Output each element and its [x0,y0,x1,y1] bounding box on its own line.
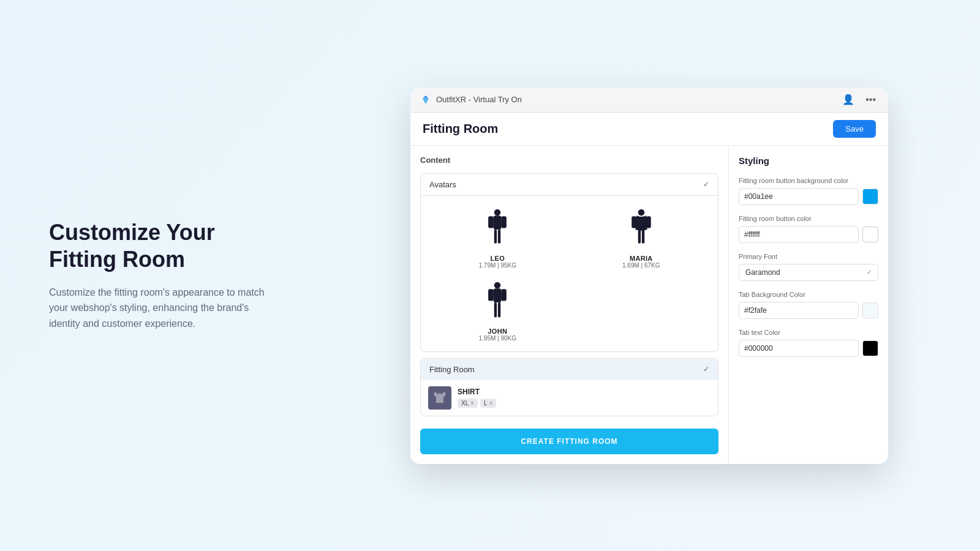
tab-text-color-label: Tab text Color [739,329,878,336]
font-select[interactable]: Garamond ✓ [739,264,878,281]
btn-color-row [739,226,878,243]
avatars-grid: LEO 1.79M | 95KG [421,196,718,351]
font-label: Primary Font [739,253,878,260]
avatar-name-maria: MARIA [630,255,653,262]
btn-color-input[interactable] [739,226,859,243]
styling-panel: Styling Fitting room button background c… [729,146,888,464]
avatar-stats-leo: 1.79M | 95KG [478,262,516,269]
svg-rect-3 [501,216,507,228]
size-tag-l-label: L [484,400,488,407]
svg-rect-5 [498,230,500,244]
svg-rect-10 [642,230,644,244]
avatar-figure-leo [482,208,513,251]
page-description: Customize the fitting room's appearance … [49,285,270,332]
app-header: Fitting Room Save [410,113,888,146]
avatar-figure-john [482,281,513,324]
btn-bg-color-label: Fitting room button background color [739,177,878,184]
shirt-icon [428,386,451,410]
title-bar-right: 👤 ••• [840,94,878,106]
avatars-header[interactable]: Avatars ✓ [421,174,718,196]
more-options-button[interactable]: ••• [863,94,878,106]
avatar-name-leo: LEO [490,255,505,262]
fitting-room-section-label: Fitting Room [429,365,475,374]
svg-rect-16 [498,302,500,318]
shirt-name: SHIRT [458,388,710,396]
tab-bg-color-row [739,302,878,319]
content-section-title: Content [420,156,718,165]
btn-bg-color-row [739,188,878,205]
svg-rect-12 [494,288,501,302]
fitting-room-section: Fitting Room ✓ SHIRT [420,358,718,416]
svg-rect-4 [494,230,497,244]
size-tags: XL × L × [458,399,710,408]
avatar-stats-john: 1.95M | 90KG [478,335,516,342]
avatar-stats-maria: 1.69M | 67KG [622,262,660,269]
tab-bg-color-label: Tab Background Color [739,291,878,298]
page-heading: Customize Your Fitting Room [49,219,270,272]
avatar-figure-maria [626,208,657,251]
avatar-name-john: JOHN [488,328,507,335]
style-field-btn-bg-color: Fitting room button background color [739,177,878,205]
title-bar-left: OutfitXR - Virtual Try On [420,94,522,105]
size-tag-xl-label: XL [461,400,469,407]
tab-bg-color-input[interactable] [739,302,859,319]
title-bar: OutfitXR - Virtual Try On 👤 ••• [410,88,888,113]
content-panel: Content Avatars ✓ [410,146,729,464]
svg-point-6 [638,209,645,216]
svg-rect-9 [638,230,641,244]
svg-rect-7 [631,216,636,228]
right-panel: OutfitXR - Virtual Try On 👤 ••• Fitting … [318,63,980,489]
fitting-room-chevron-icon: ✓ [703,365,709,373]
svg-rect-15 [494,302,497,318]
avatar-card-john[interactable]: JOHN 1.95M | 90KG [426,274,570,347]
create-fitting-room-button[interactable]: CREATE FITTING ROOM [420,429,718,454]
svg-rect-2 [488,216,494,228]
avatars-label: Avatars [429,180,456,189]
svg-rect-13 [488,289,494,301]
tab-text-color-row [739,340,878,357]
fitting-room-content: SHIRT XL × L × [421,380,718,416]
tab-text-color-input[interactable] [739,340,859,357]
app-title: OutfitXR - Virtual Try On [436,95,522,104]
btn-color-label: Fitting room button color [739,215,878,222]
remove-l-icon[interactable]: × [489,400,493,407]
app-window: OutfitXR - Virtual Try On 👤 ••• Fitting … [410,88,888,464]
fitting-room-section-header[interactable]: Fitting Room ✓ [421,359,718,380]
style-field-tab-bg-color: Tab Background Color [739,291,878,319]
shirt-item: SHIRT XL × L × [428,386,710,410]
left-panel: Customize Your Fitting Room Customize th… [0,182,318,368]
shirt-details: SHIRT XL × L × [458,388,710,408]
svg-rect-8 [646,216,651,228]
svg-point-11 [494,282,501,288]
svg-rect-1 [494,216,501,230]
tab-bg-color-swatch[interactable] [862,302,878,318]
style-field-font: Primary Font Garamond ✓ [739,253,878,281]
size-tag-l[interactable]: L × [480,399,496,408]
font-dropdown-chevron-icon: ✓ [867,269,872,276]
app-body: Content Avatars ✓ [410,146,888,464]
save-button[interactable]: Save [833,120,876,138]
size-tag-xl[interactable]: XL × [458,399,478,408]
avatars-chevron-icon: ✓ [703,180,709,189]
avatar-card-leo[interactable]: LEO 1.79M | 95KG [426,201,570,274]
fitting-room-title: Fitting Room [423,122,498,136]
btn-bg-color-input[interactable] [739,188,859,205]
remove-xl-icon[interactable]: × [470,400,474,407]
font-value: Garamond [745,268,780,277]
style-field-btn-color: Fitting room button color [739,215,878,243]
app-logo-icon [420,94,431,105]
user-icon-button[interactable]: 👤 [840,94,857,106]
btn-color-swatch[interactable] [862,227,878,242]
tab-text-color-swatch[interactable] [862,340,878,356]
styling-title: Styling [739,156,878,166]
svg-point-0 [494,209,501,216]
svg-rect-14 [501,289,507,301]
avatar-card-maria[interactable]: MARIA 1.69M | 67KG [570,201,714,274]
style-field-tab-text-color: Tab text Color [739,329,878,357]
avatars-section: Avatars ✓ [420,173,718,352]
btn-bg-color-swatch[interactable] [862,189,878,204]
